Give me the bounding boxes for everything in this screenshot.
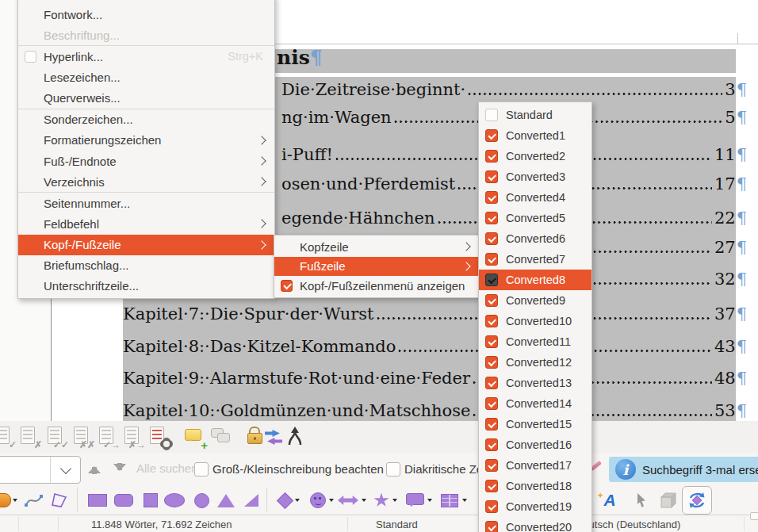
search-dropdown-button[interactable] — [50, 457, 80, 483]
protect-changes-icon[interactable] — [243, 426, 266, 448]
accept-and-next-icon[interactable]: ✓→ — [98, 426, 120, 448]
menu-item-lesezeichen[interactable]: Lesezeichen... — [18, 67, 274, 87]
compare-document-icon[interactable] — [263, 426, 285, 448]
rounded-rectangle-icon[interactable] — [113, 492, 134, 509]
footer-style-item-converted4[interactable]: Converted4 — [479, 187, 591, 208]
menu-item-fuß-endnote[interactable]: Fuß-/Endnote — [18, 151, 274, 171]
footer-style-item-converted2[interactable]: Converted2 — [479, 146, 591, 166]
accept-change-icon[interactable]: ✓ — [0, 426, 16, 448]
left-right-arrow-icon[interactable] — [338, 492, 358, 509]
manage-changes-icon[interactable] — [148, 426, 170, 448]
menu-item-kopf-fußzeilenmenü-anzeigen[interactable]: Kopf-/Fußzeilenmenü anzeigen — [274, 276, 479, 296]
footer-style-item-converted13[interactable]: Converted13 — [479, 373, 591, 393]
toc-entry[interactable]: Kapitel·10:·Goldmünzen·und·Matschhose53¶ — [123, 399, 747, 423]
footer-style-item-converted7[interactable]: Converted7 — [479, 249, 591, 270]
word-count[interactable]: 11.848 Wörter, 71.692 Zeichen — [91, 519, 232, 530]
pilcrow-mark: ¶ — [737, 143, 747, 166]
right-triangle-icon[interactable] — [241, 492, 262, 509]
circle-icon[interactable] — [191, 492, 212, 509]
dropdown-caret-icon[interactable] — [329, 499, 334, 504]
find-next-button[interactable] — [111, 459, 128, 478]
fontwork-icon[interactable]: A — [599, 492, 620, 509]
reject-and-next-icon[interactable]: ✗→ — [123, 426, 145, 448]
menu-item-label: Kopf-/Fußzeile — [44, 238, 121, 251]
toc-entry[interactable]: Die·Zeitreise·beginnt·3¶ — [281, 78, 747, 101]
footer-style-item-converted15[interactable]: Converted15 — [479, 414, 591, 434]
page-style[interactable]: Standard — [376, 519, 418, 530]
ellipse-icon[interactable] — [164, 492, 185, 509]
insert-comment-icon[interactable]: + — [184, 426, 206, 448]
flowchart-grid-icon[interactable] — [439, 492, 460, 509]
footer-style-item-converted6[interactable]: Converted6 — [479, 228, 591, 249]
star-icon[interactable] — [371, 492, 392, 509]
menu-item-querverweis[interactable]: Querverweis... — [18, 88, 274, 109]
footer-style-item-converted3[interactable]: Converted3 — [479, 166, 591, 187]
merge-document-icon[interactable] — [285, 426, 308, 448]
menu-item-fontwork[interactable]: Fontwork... — [18, 4, 274, 25]
match-case-checkbox[interactable] — [194, 462, 209, 477]
reject-all-changes-icon[interactable]: ✗✗ — [72, 426, 94, 448]
footer-style-item-converted17[interactable]: Converted17 — [479, 455, 591, 476]
dropdown-caret-icon[interactable] — [13, 499, 17, 504]
find-previous-button[interactable] — [86, 459, 103, 478]
curve-icon[interactable] — [24, 492, 44, 509]
dropdown-caret-icon[interactable] — [295, 499, 300, 504]
footer-style-item-converted1[interactable]: Converted1 — [479, 125, 591, 146]
menu-item-sonderzeichen[interactable]: Sonderzeichen... — [18, 109, 274, 130]
text-boundary-corner — [737, 33, 738, 44]
rectangle-icon[interactable] — [87, 492, 108, 509]
footer-style-item-converted16[interactable]: Converted16 — [479, 434, 591, 455]
square-icon[interactable] — [140, 492, 161, 509]
diacritics-checkbox[interactable] — [386, 462, 400, 477]
footer-style-item-converted9[interactable]: Converted9 — [479, 290, 591, 311]
footer-style-item-converted19[interactable]: Converted19 — [479, 496, 591, 517]
menu-item-feldbefehl[interactable]: Feldbefehl — [18, 213, 274, 234]
reject-change-icon[interactable]: ✗ — [19, 426, 41, 448]
footer-style-item-converted8[interactable]: Converted8 — [479, 270, 591, 290]
dropdown-caret-icon[interactable] — [427, 499, 432, 504]
dropdown-caret-icon[interactable] — [392, 499, 397, 504]
menu-item-beschriftung[interactable]: Beschriftung... — [18, 25, 274, 45]
extrusion-icon[interactable] — [658, 492, 679, 509]
menu-item-briefumschlag[interactable]: Briefumschlag... — [18, 255, 274, 276]
zoom-widget-fragment[interactable] — [750, 512, 758, 520]
submenu-arrow-icon — [461, 243, 470, 251]
polygon-icon[interactable] — [49, 492, 70, 509]
style-checkbox-slot — [485, 212, 506, 224]
callout-bubble-icon[interactable] — [404, 492, 425, 509]
search-input[interactable] — [0, 457, 50, 483]
menu-item-kopf-fußzeile[interactable]: Kopf-/Fußzeile — [18, 235, 274, 255]
footer-style-item-standard[interactable]: Standard — [479, 105, 591, 125]
footer-style-item-converted10[interactable]: Converted10 — [479, 311, 591, 331]
footer-style-item-converted11[interactable]: Converted11 — [479, 331, 591, 352]
checked-checkbox-icon — [485, 356, 498, 369]
footer-style-item-converted12[interactable]: Converted12 — [479, 352, 591, 373]
menu-item-label: Unterschriftzeile... — [44, 279, 139, 293]
menu-item-kopfzeile[interactable]: Kopfzeile — [274, 237, 479, 257]
toc-entry[interactable]: Kapitel·8:·Das·Kitzel-Kommando43¶ — [123, 335, 747, 358]
footer-style-item-converted18[interactable]: Converted18 — [479, 476, 591, 496]
menu-item-unterschriftzeile[interactable]: Unterschriftzeile... — [18, 276, 274, 297]
find-all-button[interactable]: Alle suchen — [136, 461, 198, 475]
menu-item-fußzeile[interactable]: Fußzeile — [274, 257, 479, 277]
menu-item-seitennummer[interactable]: Seitennummer... — [18, 193, 274, 213]
accept-all-changes-icon[interactable]: ✓✓ — [46, 426, 68, 448]
toc-entry[interactable]: Kapitel·9:·Alarmstufe·Rot·und·eine·Feder… — [123, 366, 747, 390]
menu-item-hyperlink[interactable]: Hyperlink...Strg+K — [18, 46, 274, 67]
footer-style-label: Converted17 — [506, 459, 572, 472]
dropdown-caret-icon[interactable] — [362, 499, 366, 504]
diacritics-label: Diakritische Ze — [404, 462, 483, 476]
isosceles-triangle-icon[interactable] — [216, 492, 236, 509]
toc-entry[interactable]: Kapitel·7:·Die·Spur·der·Wurst37¶ — [123, 302, 747, 326]
smiley-icon[interactable] — [308, 492, 328, 509]
diamond-icon[interactable] — [274, 492, 295, 509]
show-comments-icon[interactable] — [210, 426, 232, 448]
footer-style-item-converted5[interactable]: Converted5 — [479, 208, 591, 228]
menu-item-formatierungszeichen[interactable]: Formatierungszeichen — [18, 130, 274, 151]
footer-style-item-converted14[interactable]: Converted14 — [479, 393, 591, 414]
footer-style-label: Standard — [506, 109, 553, 121]
footer-style-item-converted20[interactable]: Converted20 — [479, 517, 591, 532]
select-icon[interactable] — [631, 492, 652, 509]
dropdown-caret-icon[interactable] — [462, 499, 467, 504]
menu-item-verzeichnis[interactable]: Verzeichnis — [18, 171, 274, 192]
